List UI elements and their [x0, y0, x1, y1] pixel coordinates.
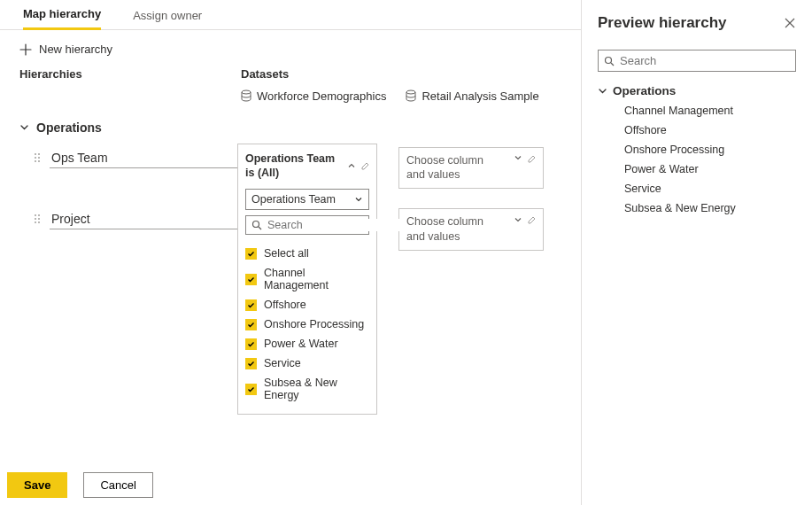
option-item[interactable]: Service	[245, 354, 369, 373]
svg-point-4	[35, 157, 36, 159]
drag-handle-icon[interactable]	[34, 214, 41, 224]
preview-tree-root[interactable]: Operations	[598, 81, 796, 101]
svg-point-7	[38, 160, 40, 162]
preview-title: Preview hierarchy	[598, 14, 727, 32]
search-icon	[604, 56, 615, 66]
preview-tree-item[interactable]: Power & Water	[624, 159, 796, 179]
dataset-icon	[241, 89, 251, 102]
svg-point-2	[35, 153, 36, 155]
eraser-icon[interactable]	[526, 214, 536, 224]
option-item[interactable]: Offshore	[245, 295, 369, 315]
chevron-down-icon	[514, 215, 522, 224]
plus-icon	[19, 43, 32, 56]
column-selector-placeholder: Choose column and values	[406, 214, 504, 245]
drag-handle-icon[interactable]	[34, 152, 41, 163]
section-operations[interactable]: Operations	[19, 117, 561, 147]
chevron-down-icon	[19, 122, 29, 132]
section-title-text: Operations	[36, 120, 102, 135]
svg-point-5	[38, 157, 40, 159]
svg-point-0	[242, 90, 251, 94]
dropdown-options: Select all Channel Management Offshore O…	[238, 242, 376, 414]
column-select[interactable]: Operations Team	[245, 189, 369, 210]
search-icon	[251, 220, 262, 230]
svg-point-14	[253, 221, 259, 228]
preview-tree-item[interactable]: Onshore Processing	[624, 140, 796, 159]
hierarchy-level-input[interactable]: Project	[50, 208, 241, 229]
checkbox-checked-icon	[245, 338, 257, 350]
chevron-down-icon	[354, 195, 363, 204]
preview-search-input[interactable]	[620, 54, 790, 67]
option-item[interactable]: Channel Management	[245, 263, 369, 295]
tab-map-hierarchy[interactable]: Map hierarchy	[23, 0, 101, 30]
option-label: Service	[264, 357, 301, 369]
new-hierarchy-label: New hierarchy	[39, 43, 112, 56]
checkbox-checked-icon	[245, 319, 257, 330]
new-hierarchy-button[interactable]: New hierarchy	[19, 43, 112, 56]
chevron-up-icon[interactable]	[347, 161, 356, 170]
preview-tree-item[interactable]: Offshore	[624, 120, 796, 140]
option-item[interactable]: Subsea & New Energy	[245, 373, 369, 405]
checkbox-checked-icon	[245, 299, 257, 311]
close-icon[interactable]	[784, 17, 796, 29]
svg-point-8	[35, 214, 36, 216]
column-headers: Hierarchies Datasets	[0, 67, 581, 84]
preview-root-label: Operations	[613, 84, 676, 97]
datasets-row: Workforce Demographics Retail Analysis S…	[0, 84, 581, 112]
eraser-icon[interactable]	[526, 153, 536, 163]
dataset-item[interactable]: Retail Analysis Sample	[406, 89, 538, 103]
cancel-button[interactable]: Cancel	[83, 472, 152, 498]
checkbox-checked-icon	[245, 384, 257, 395]
checkbox-checked-icon	[245, 358, 257, 369]
dataset-item[interactable]: Workforce Demographics	[241, 89, 386, 103]
column-selector[interactable]: Choose column and values	[398, 147, 544, 190]
dataset-icon	[406, 89, 416, 102]
tab-assign-owner[interactable]: Assign owner	[133, 2, 202, 29]
option-item[interactable]: Onshore Processing	[245, 315, 369, 334]
hierarchy-level-input[interactable]: Ops Team	[50, 147, 241, 168]
option-select-all[interactable]: Select all	[245, 244, 369, 263]
svg-point-6	[35, 160, 36, 162]
dataset-label: Retail Analysis Sample	[421, 89, 538, 103]
svg-point-15	[606, 57, 612, 63]
option-label: Select all	[264, 247, 309, 260]
preview-tree-item[interactable]: Subsea & New Energy	[624, 198, 796, 218]
svg-point-12	[35, 221, 36, 223]
checkbox-checked-icon	[245, 274, 257, 285]
eraser-icon[interactable]	[360, 160, 369, 170]
dropdown-search-input[interactable]	[267, 219, 406, 231]
tab-bar: Map hierarchy Assign owner	[0, 0, 581, 30]
option-item[interactable]: Power & Water	[245, 334, 369, 354]
column-values-dropdown: Operations Team is (All) Operations Team	[237, 144, 377, 416]
chevron-down-icon	[598, 86, 607, 96]
option-label: Onshore Processing	[264, 318, 364, 330]
preview-tree-item[interactable]: Channel Management	[624, 101, 796, 120]
checkbox-checked-icon	[245, 248, 257, 260]
option-label: Power & Water	[264, 338, 338, 350]
preview-tree-item[interactable]: Service	[624, 179, 796, 198]
column-selector-placeholder: Choose column and values	[406, 153, 504, 183]
svg-point-11	[38, 218, 40, 220]
save-button[interactable]: Save	[7, 472, 67, 498]
dropdown-header: Operations Team is (All)	[245, 152, 341, 181]
column-selector[interactable]: Choose column and values	[398, 208, 544, 251]
svg-point-13	[38, 221, 40, 223]
hierarchies-header: Hierarchies	[19, 67, 241, 81]
svg-point-9	[38, 214, 40, 216]
option-label: Channel Management	[264, 267, 369, 291]
chevron-down-icon	[514, 153, 522, 162]
svg-point-1	[406, 90, 415, 94]
dropdown-search[interactable]	[245, 215, 369, 235]
preview-search[interactable]	[598, 50, 796, 72]
option-label: Subsea & New Energy	[264, 377, 369, 401]
column-select-value: Operations Team	[251, 193, 336, 206]
svg-point-3	[38, 153, 40, 155]
svg-point-10	[35, 218, 36, 220]
option-label: Offshore	[264, 299, 306, 311]
dataset-label: Workforce Demographics	[257, 89, 386, 103]
datasets-header: Datasets	[241, 67, 561, 81]
